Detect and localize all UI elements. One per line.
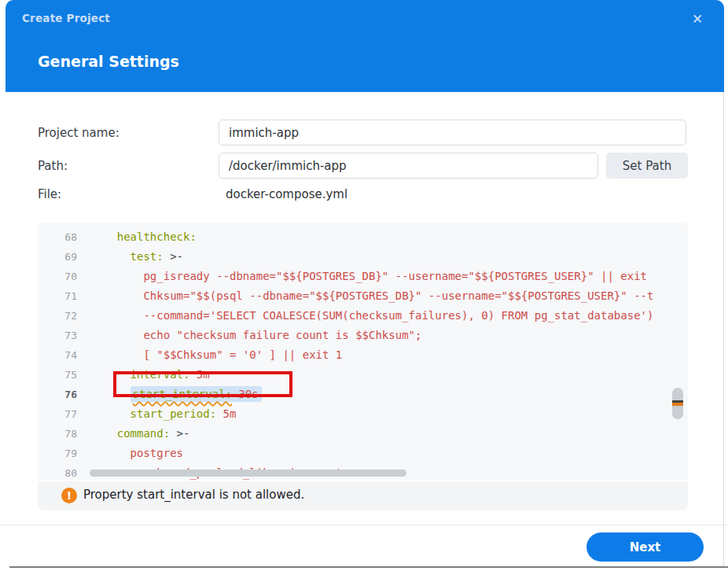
code-line: 79 postgres (38, 444, 688, 463)
code-line: 77 start_period: 5m (38, 404, 688, 424)
dialog-right-edge (723, 92, 724, 567)
line-number: 68 (38, 227, 77, 247)
create-project-dialog: Create Project General Settings ✕ Projec… (0, 0, 728, 571)
line-number-current: 76 (38, 385, 77, 404)
set-path-button[interactable]: Set Path (606, 153, 688, 179)
next-button[interactable]: Next (586, 532, 704, 562)
code-line-highlighted: 76 start_interval: 30s (38, 385, 688, 404)
footer-divider (0, 525, 728, 525)
page-title: General Settings (38, 53, 179, 70)
path-label: Path: (38, 159, 68, 173)
line-number: 69 (38, 247, 77, 267)
horizontal-scrollbar-thumb[interactable] (90, 470, 406, 477)
selection-highlight: start_interval: 30s (131, 386, 262, 402)
code-line: 73 echo "checksum failure count is $$Chk… (38, 326, 688, 345)
line-number: 72 (38, 306, 77, 326)
code-line: 78 command: >- (38, 424, 688, 444)
project-name-input[interactable] (219, 120, 686, 146)
vertical-scrollbar-thumb[interactable] (672, 388, 683, 419)
path-input[interactable] (219, 153, 598, 179)
line-number: 80 (38, 463, 77, 480)
code-line: 68 healthcheck: (38, 227, 688, 247)
code-line: 69 test: >- (38, 247, 688, 267)
scrollbar-marker-warning (672, 403, 683, 406)
validation-error-bar: ! Property start_interval is not allowed… (38, 481, 688, 510)
code-line: 74 [ "$$Chksum" = '0' ] || exit 1 (38, 345, 688, 365)
code-line: 72 --command='SELECT COALESCE(SUM(checks… (38, 306, 688, 326)
dialog-bottom-edge (9, 566, 728, 568)
line-number: 75 (38, 365, 77, 385)
code-line: 75 interval: 5m (38, 365, 688, 385)
code-line: 71 Chksum="$$(psql --dbname="$${POSTGRES… (38, 286, 688, 306)
line-number: 79 (38, 444, 77, 463)
line-number: 71 (38, 286, 77, 306)
line-number: 77 (38, 404, 77, 424)
error-message: Property start_interval is not allowed. (83, 488, 304, 502)
line-number: 74 (38, 345, 77, 365)
code-line: 70 pg_isready --dbname="$${POSTGRES_DB}"… (38, 267, 688, 286)
line-number: 73 (38, 326, 77, 345)
dialog-header: Create Project General Settings ✕ (6, 0, 724, 92)
line-number: 78 (38, 424, 77, 444)
warning-icon: ! (61, 488, 77, 503)
line-number: 70 (38, 267, 77, 286)
file-label: File: (38, 187, 61, 201)
project-name-label: Project name: (38, 126, 119, 140)
dialog-title: Create Project (22, 12, 110, 24)
file-value: docker-compose.yml (226, 187, 347, 201)
yaml-code-editor[interactable]: 68 healthcheck: 69 test: >- 70 pg_isread… (38, 223, 688, 480)
close-icon[interactable]: ✕ (688, 9, 707, 28)
